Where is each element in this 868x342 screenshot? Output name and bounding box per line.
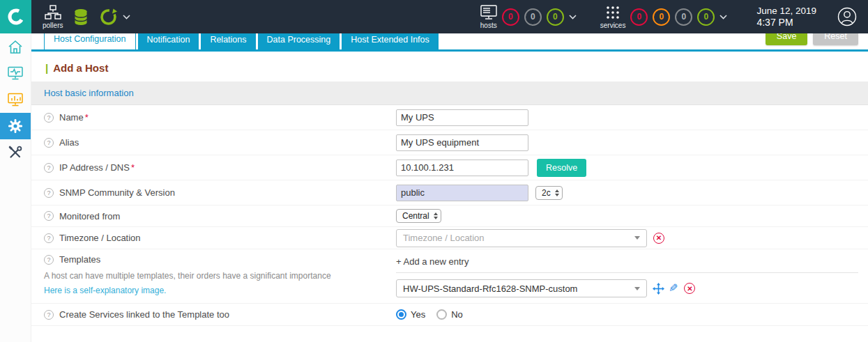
hosts-down-badge[interactable]: 0 — [502, 8, 519, 26]
required-asterisk: * — [85, 112, 89, 123]
ip-label: IP Address / DNS* — [59, 162, 135, 173]
sitemap-icon — [45, 5, 61, 20]
add-template-entry-link[interactable]: + Add a new entry — [396, 254, 858, 273]
form-row-timezone: ? Timezone / Location Timezone / Locatio… — [31, 227, 868, 249]
form-row-alias: ? Alias — [31, 130, 868, 155]
sidebar-item-administration[interactable] — [0, 139, 31, 166]
form-row-create-services: ? Create Services linked to the Template… — [31, 304, 868, 326]
form-row-ip: ? IP Address / DNS* Resolve — [31, 155, 868, 180]
database-icon — [74, 8, 88, 26]
current-time: 4:37 PM — [756, 17, 816, 29]
gear-icon — [8, 118, 23, 134]
refresh-status[interactable] — [99, 8, 118, 26]
monitored-from-select[interactable]: Central — [396, 209, 441, 223]
create-services-radio-group: Yes No — [396, 309, 463, 320]
services-label: services — [600, 22, 626, 29]
clear-timezone-icon[interactable]: ✕ — [653, 233, 664, 244]
section-host-basic-information: Host basic information — [31, 81, 868, 105]
snmp-version-value: 2c — [542, 188, 551, 198]
sidebar — [0, 33, 31, 342]
chevron-down-icon[interactable] — [569, 15, 577, 20]
timezone-placeholder: Timezone / Location — [403, 233, 485, 243]
help-icon[interactable]: ? — [44, 233, 54, 243]
snmp-label: SNMP Community & Version — [59, 187, 175, 198]
user-menu[interactable] — [837, 7, 857, 26]
services-ok-badge[interactable]: 0 — [697, 8, 715, 26]
title-pipe: | — [45, 62, 48, 74]
template-select[interactable]: HW-UPS-Standard-Rfc1628-SNMP-custom — [396, 279, 647, 297]
home-icon — [8, 40, 23, 54]
select-stepper-icon — [434, 212, 438, 219]
move-template-handle[interactable] — [653, 283, 664, 295]
circular-arrows-icon — [99, 8, 118, 26]
delete-template-icon[interactable]: ✕ — [684, 283, 695, 294]
help-icon[interactable]: ? — [44, 138, 54, 148]
centreon-logo[interactable] — [0, 0, 31, 33]
help-icon[interactable]: ? — [44, 188, 54, 198]
yes-radio[interactable] — [396, 309, 406, 320]
services-unknown-badge[interactable]: 0 — [675, 8, 692, 26]
chevron-down-icon — [634, 236, 640, 240]
sidebar-item-reporting[interactable] — [0, 86, 31, 113]
sidebar-item-configuration[interactable] — [0, 113, 31, 139]
sidebar-item-monitoring[interactable] — [0, 60, 31, 86]
move-arrows-icon — [653, 283, 664, 295]
current-date: June 12, 2019 — [756, 5, 816, 17]
timezone-label: Timezone / Location — [59, 233, 141, 243]
no-label: No — [451, 309, 463, 320]
no-radio[interactable] — [436, 309, 447, 320]
alias-label: Alias — [59, 137, 79, 148]
hosts-unreachable-badge[interactable]: 0 — [524, 8, 542, 26]
create-services-label: Create Services linked to the Template t… — [59, 309, 229, 320]
chevron-down-icon[interactable] — [123, 15, 130, 20]
help-icon[interactable]: ? — [44, 310, 54, 320]
dots-grid-icon — [605, 5, 620, 20]
templates-note: A host can have multiple templates, thei… — [44, 271, 388, 281]
hosts-up-badge[interactable]: 0 — [547, 8, 564, 26]
timezone-select[interactable]: Timezone / Location — [396, 229, 647, 247]
services-menu[interactable]: services — [600, 5, 626, 29]
templates-label: Templates — [59, 254, 100, 265]
monitored-from-label: Monitored from — [59, 211, 120, 221]
templates-help-link[interactable]: Here is a self-explanatory image. — [44, 286, 166, 295]
hosts-label: hosts — [480, 22, 497, 29]
select-stepper-icon — [555, 189, 559, 196]
help-icon[interactable]: ? — [44, 255, 54, 265]
chevron-down-icon — [634, 287, 640, 290]
yes-label: Yes — [411, 309, 425, 320]
database-status[interactable] — [74, 8, 88, 26]
services-critical-badge[interactable]: 0 — [630, 8, 648, 26]
topbar: pollers hosts — [0, 0, 868, 33]
form-row-monitored-from: ? Monitored from Central — [31, 205, 868, 227]
form-row-name: ? Name* — [31, 105, 868, 130]
alias-input[interactable] — [396, 134, 528, 151]
person-circle-icon — [837, 7, 857, 26]
pollers-label: pollers — [43, 22, 63, 29]
snmp-version-select[interactable]: 2c — [535, 186, 563, 200]
main-content: Configuration > Hosts Host Configuration… — [31, 0, 868, 326]
monitor-icon — [480, 5, 497, 20]
services-warning-badge[interactable]: 0 — [653, 8, 670, 26]
help-icon[interactable]: ? — [44, 211, 54, 221]
hosts-menu[interactable]: hosts — [480, 5, 497, 29]
title-text: Add a Host — [53, 62, 108, 74]
edit-template-icon[interactable]: ✎ — [669, 283, 678, 294]
chevron-down-icon[interactable] — [719, 15, 727, 20]
name-label: Name* — [59, 112, 89, 123]
sidebar-item-home[interactable] — [0, 33, 31, 60]
snmp-community-input[interactable] — [396, 185, 528, 201]
name-input[interactable] — [396, 109, 528, 126]
required-asterisk: * — [131, 162, 135, 173]
heartbeat-screen-icon — [8, 66, 23, 81]
pollers-menu[interactable]: pollers — [43, 5, 63, 29]
monitored-from-value: Central — [402, 211, 429, 221]
help-icon[interactable]: ? — [44, 163, 54, 173]
help-icon[interactable]: ? — [44, 113, 54, 123]
template-value: HW-UPS-Standard-Rfc1628-SNMP-custom — [403, 283, 577, 294]
chart-screen-icon — [8, 93, 23, 107]
resolve-button[interactable]: Resolve — [537, 159, 586, 177]
form-row-snmp: ? SNMP Community & Version 2c — [31, 180, 868, 205]
tools-icon — [8, 145, 23, 160]
ip-input[interactable] — [396, 160, 528, 176]
page-title: |Add a Host — [45, 62, 868, 74]
